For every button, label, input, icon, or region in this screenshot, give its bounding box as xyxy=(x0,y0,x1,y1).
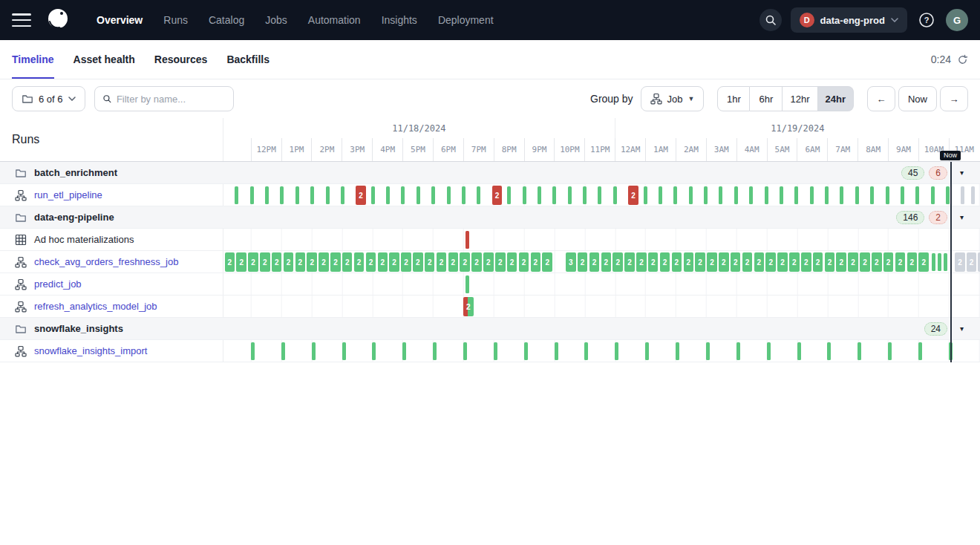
run-marker[interactable] xyxy=(615,342,618,360)
run-marker[interactable]: 2 xyxy=(460,252,470,272)
run-marker[interactable]: 2 xyxy=(260,252,270,272)
run-marker[interactable] xyxy=(310,186,314,204)
run-marker[interactable] xyxy=(371,186,375,204)
run-marker[interactable]: 2 xyxy=(531,252,541,272)
run-marker[interactable]: 2 xyxy=(356,186,366,205)
run-marker[interactable]: 2 xyxy=(754,252,765,272)
range-button-12hr[interactable]: 12hr xyxy=(783,86,817,111)
run-marker[interactable]: 2 xyxy=(330,252,341,272)
nav-item-insights[interactable]: Insights xyxy=(373,8,426,32)
code-location-filter-button[interactable]: 6 of 6 xyxy=(12,86,85,111)
nav-item-jobs[interactable]: Jobs xyxy=(256,8,296,32)
run-marker[interactable]: 2 xyxy=(624,252,635,272)
run-marker[interactable] xyxy=(827,342,831,360)
run-marker[interactable]: 2 xyxy=(918,252,929,272)
run-marker[interactable]: 2 xyxy=(284,252,294,272)
run-marker[interactable] xyxy=(794,186,798,204)
group-row-data-eng-pipeline[interactable]: data-eng-pipeline1462▾ xyxy=(0,206,980,229)
range-button-6hr[interactable]: 6hr xyxy=(750,86,783,111)
timeline-next-button[interactable]: → xyxy=(940,86,968,111)
run-marker[interactable] xyxy=(584,342,588,360)
run-marker[interactable] xyxy=(555,342,558,360)
run-marker[interactable] xyxy=(463,342,467,360)
timeline-prev-button[interactable]: ← xyxy=(867,86,895,111)
run-marker[interactable] xyxy=(971,186,975,204)
run-marker[interactable] xyxy=(918,342,922,360)
run-marker[interactable]: 2 xyxy=(318,252,329,272)
run-marker[interactable] xyxy=(931,186,935,204)
run-marker[interactable] xyxy=(901,186,904,204)
run-marker[interactable] xyxy=(736,342,740,360)
run-marker[interactable]: 2 xyxy=(789,252,800,272)
run-marker[interactable]: 2 xyxy=(955,252,965,272)
run-marker[interactable] xyxy=(704,186,708,204)
run-marker[interactable]: 2 xyxy=(813,252,823,272)
run-marker[interactable]: 2 xyxy=(248,252,258,272)
run-marker[interactable]: 2 xyxy=(425,252,435,272)
run-marker[interactable] xyxy=(312,342,316,360)
run-marker[interactable] xyxy=(870,186,874,204)
run-marker[interactable]: 2 xyxy=(225,252,235,272)
timeline-now-button[interactable]: Now xyxy=(898,86,937,111)
job-link[interactable]: refresh_analytics_model_job xyxy=(34,301,157,312)
run-marker[interactable] xyxy=(961,186,964,204)
run-marker[interactable]: 2 xyxy=(413,252,423,272)
run-marker[interactable] xyxy=(250,186,254,204)
run-marker[interactable] xyxy=(477,186,480,204)
run-marker[interactable] xyxy=(281,342,285,360)
run-marker[interactable]: 2 xyxy=(836,252,846,272)
run-marker[interactable]: 2 xyxy=(389,252,399,272)
help-icon[interactable]: ? xyxy=(916,10,937,30)
name-filter-input[interactable] xyxy=(117,94,226,105)
run-marker[interactable] xyxy=(386,186,390,204)
run-marker[interactable] xyxy=(944,253,947,271)
run-marker[interactable]: 2 xyxy=(660,252,670,272)
run-marker[interactable]: 2 xyxy=(354,252,365,272)
run-marker[interactable]: 2 xyxy=(636,252,647,272)
run-marker[interactable]: 2 xyxy=(519,252,529,272)
run-marker[interactable]: 2 xyxy=(967,252,977,272)
nav-item-catalog[interactable]: Catalog xyxy=(200,8,253,32)
run-marker[interactable]: 2 xyxy=(589,252,600,272)
run-marker[interactable] xyxy=(598,186,601,204)
run-marker[interactable]: 2 xyxy=(342,252,353,272)
run-marker[interactable] xyxy=(946,186,950,204)
run-marker[interactable] xyxy=(235,186,238,204)
run-marker[interactable] xyxy=(462,186,466,204)
run-marker[interactable]: 2 xyxy=(825,252,835,272)
run-marker[interactable] xyxy=(644,186,647,204)
run-marker[interactable] xyxy=(295,186,299,204)
run-marker[interactable] xyxy=(689,186,693,204)
run-marker[interactable] xyxy=(659,186,662,204)
run-marker[interactable] xyxy=(673,186,677,204)
run-marker[interactable] xyxy=(719,186,722,204)
tab-resources[interactable]: Resources xyxy=(154,40,208,79)
run-marker[interactable]: 2 xyxy=(801,252,811,272)
run-marker[interactable]: 2 xyxy=(872,252,882,272)
run-marker[interactable] xyxy=(645,342,649,360)
run-marker[interactable] xyxy=(613,186,617,204)
run-marker[interactable]: 2 xyxy=(672,252,682,272)
run-marker[interactable] xyxy=(494,342,497,360)
run-marker[interactable] xyxy=(416,186,420,204)
run-marker[interactable]: 2 xyxy=(495,252,506,272)
run-marker[interactable] xyxy=(341,186,344,204)
run-marker[interactable] xyxy=(251,342,255,360)
refresh-icon[interactable] xyxy=(957,54,968,65)
run-marker[interactable] xyxy=(855,186,859,204)
run-marker[interactable]: 2 xyxy=(471,252,482,272)
run-marker[interactable]: 2 xyxy=(765,252,776,272)
search-icon[interactable] xyxy=(760,9,782,31)
run-marker[interactable]: 2 xyxy=(777,252,788,272)
name-filter-field[interactable] xyxy=(94,86,234,111)
run-marker[interactable]: 3 xyxy=(566,252,576,272)
tab-timeline[interactable]: Timeline xyxy=(12,40,54,79)
run-marker[interactable]: 2 xyxy=(366,252,376,272)
run-marker[interactable] xyxy=(523,186,526,204)
run-marker[interactable] xyxy=(372,342,376,360)
run-marker[interactable]: 2 xyxy=(883,252,894,272)
run-marker[interactable]: 2 xyxy=(742,252,753,272)
run-marker[interactable]: 2 xyxy=(307,252,317,272)
run-marker[interactable]: 2 xyxy=(719,252,729,272)
run-marker[interactable] xyxy=(765,186,768,204)
